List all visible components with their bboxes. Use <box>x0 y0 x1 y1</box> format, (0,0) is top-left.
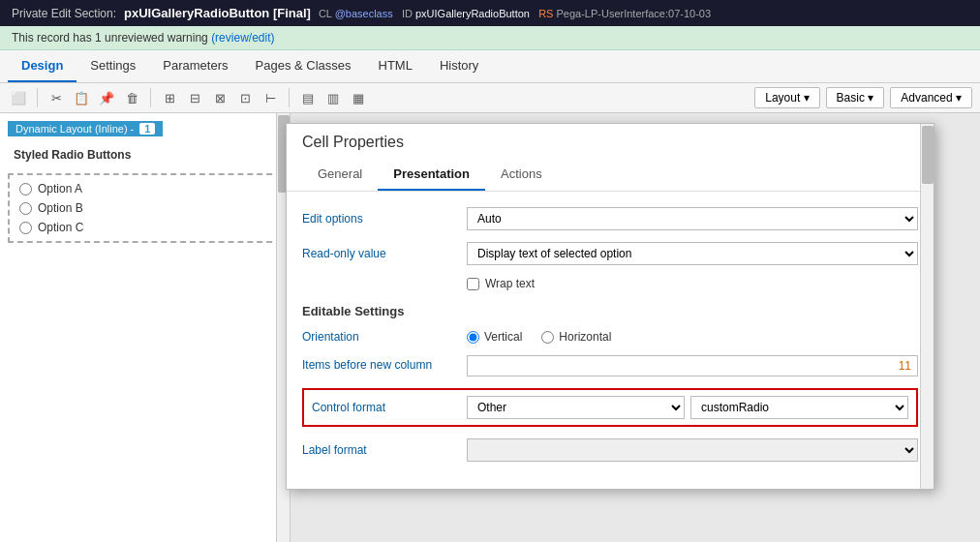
dialog-tabs: General Presentation Actions <box>287 159 934 192</box>
edit-options-label: Edit options <box>302 212 457 226</box>
radio-c[interactable] <box>19 222 32 234</box>
icon-copy[interactable]: 📋 <box>71 87 92 108</box>
readonly-value-select[interactable]: Display text of selected option Value Ke… <box>467 242 918 265</box>
page-title: pxUIGalleryRadioButton [Final] <box>124 6 311 20</box>
label-format-row: Label format <box>302 438 918 462</box>
orientation-vertical[interactable]: Vertical <box>467 330 522 344</box>
title-bar: Private Edit Section: pxUIGalleryRadioBu… <box>0 0 980 26</box>
control-format-label: Control format <box>312 401 457 414</box>
advanced-button[interactable]: Advanced ▾ <box>890 87 972 108</box>
section-title: Styled Radio Buttons <box>8 144 282 166</box>
option-a[interactable]: Option A <box>14 179 276 198</box>
options-container: Option A Option B Option C <box>8 173 282 243</box>
icon-align1[interactable]: ⊞ <box>159 87 180 108</box>
sep2 <box>150 88 151 107</box>
tab-design[interactable]: Design <box>8 50 77 82</box>
readonly-value-control: Display text of selected option Value Ke… <box>467 242 918 265</box>
icon-delete[interactable]: 🗑 <box>121 87 142 108</box>
label-format-label: Label format <box>302 443 457 457</box>
edit-options-row: Edit options Auto Read only Editable <box>302 207 918 230</box>
option-c-label: Option C <box>38 221 83 234</box>
option-b[interactable]: Option B <box>14 198 276 218</box>
items-input[interactable] <box>467 355 918 376</box>
warning-bar: This record has 1 unreviewed warning (re… <box>0 26 980 50</box>
layout-badge: 1 <box>139 123 155 135</box>
label-format-select[interactable] <box>467 438 918 462</box>
option-b-label: Option B <box>38 201 83 215</box>
dialog-tab-general[interactable]: General <box>302 159 378 191</box>
dialog-scroll-track <box>920 124 934 489</box>
option-a-label: Option A <box>38 182 82 196</box>
toolbar-right: Layout ▾ Basic ▾ Advanced ▾ <box>754 87 972 108</box>
readonly-value-label: Read-only value <box>302 247 457 260</box>
control-format-selects: Other Standard Custom customRadio <box>467 396 908 419</box>
icon-align5[interactable]: ⊢ <box>260 87 281 108</box>
orientation-horizontal-radio[interactable] <box>541 331 554 344</box>
readonly-value-row: Read-only value Display text of selected… <box>302 242 918 265</box>
dialog-header: Cell Properties <box>287 124 934 151</box>
orientation-label: Orientation <box>302 330 457 344</box>
icon-align4[interactable]: ⊡ <box>234 87 256 108</box>
sep3 <box>289 88 290 107</box>
tab-html[interactable]: HTML <box>365 50 426 82</box>
layout-text: Dynamic Layout (Inline) - <box>15 123 134 135</box>
icon-grid1[interactable]: ▤ <box>297 87 319 108</box>
control-format-type-select[interactable]: Other Standard Custom <box>467 396 685 419</box>
tab-pages-classes[interactable]: Pages & Classes <box>242 50 365 82</box>
edit-options-select[interactable]: Auto Read only Editable <box>467 207 918 230</box>
orientation-horizontal-label: Horizontal <box>559 330 611 344</box>
sep1 <box>37 88 38 107</box>
control-format-value-select[interactable]: customRadio <box>690 396 908 419</box>
icon-grid2[interactable]: ▥ <box>322 87 344 108</box>
items-label: Items before new column <box>302 358 457 374</box>
edit-options-control: Auto Read only Editable <box>467 207 918 230</box>
icon-paste[interactable]: 📌 <box>96 87 117 108</box>
icon-align2[interactable]: ⊟ <box>184 87 205 108</box>
control-format-row: Control format Other Standard Custom cus… <box>302 388 918 427</box>
dialog-scroll-thumb[interactable] <box>922 126 934 184</box>
toolbar: ⬜ ✂ 📋 📌 🗑 ⊞ ⊟ ⊠ ⊡ ⊢ ▤ ▥ ▦ Layout ▾ Basic… <box>0 83 980 113</box>
icon-frame[interactable]: ⬜ <box>8 87 29 108</box>
title-prefix: Private Edit Section: <box>12 7 116 20</box>
icon-align3[interactable]: ⊠ <box>209 87 230 108</box>
dialog-tab-presentation[interactable]: Presentation <box>378 159 485 191</box>
tab-history[interactable]: History <box>426 50 492 82</box>
cl-badge: CL @baseclass ID pxUIGalleryRadioButton … <box>319 8 711 19</box>
warning-link[interactable]: (review/edit) <box>211 31 274 45</box>
icon-cut[interactable]: ✂ <box>46 87 67 108</box>
option-c[interactable]: Option C <box>14 218 276 237</box>
layout-button[interactable]: Layout ▾ <box>754 87 819 108</box>
basic-button[interactable]: Basic ▾ <box>826 87 885 108</box>
radio-a[interactable] <box>19 183 32 196</box>
tab-settings[interactable]: Settings <box>77 50 149 82</box>
top-tabs: Design Settings Parameters Pages & Class… <box>0 50 980 83</box>
wrap-text-checkbox[interactable] <box>467 278 479 290</box>
icon-grid3[interactable]: ▦ <box>348 87 369 108</box>
orientation-vertical-label: Vertical <box>484 330 522 344</box>
cell-properties-dialog: Cell Properties General Presentation Act… <box>286 123 934 490</box>
editable-settings-heading: Editable Settings <box>302 304 918 318</box>
orientation-vertical-radio[interactable] <box>467 331 479 344</box>
left-panel: Dynamic Layout (Inline) - 1 Styled Radio… <box>0 113 291 542</box>
dialog-tab-actions[interactable]: Actions <box>485 159 558 191</box>
layout-label: Dynamic Layout (Inline) - 1 <box>8 121 163 136</box>
orientation-row: Orientation Vertical Horizontal <box>302 330 918 344</box>
tab-parameters[interactable]: Parameters <box>149 50 241 82</box>
main-area: Dynamic Layout (Inline) - 1 Styled Radio… <box>0 113 980 542</box>
items-row: Items before new column <box>302 355 918 376</box>
orientation-radio-group: Vertical Horizontal <box>467 330 611 344</box>
radio-b[interactable] <box>19 202 32 215</box>
wrap-text-row: Wrap text <box>467 277 918 290</box>
warning-text: This record has 1 unreviewed warning <box>12 31 208 45</box>
wrap-text-label: Wrap text <box>485 277 535 290</box>
orientation-horizontal[interactable]: Horizontal <box>541 330 611 344</box>
dialog-title: Cell Properties <box>302 134 918 151</box>
dialog-body: Edit options Auto Read only Editable Rea… <box>287 192 934 489</box>
